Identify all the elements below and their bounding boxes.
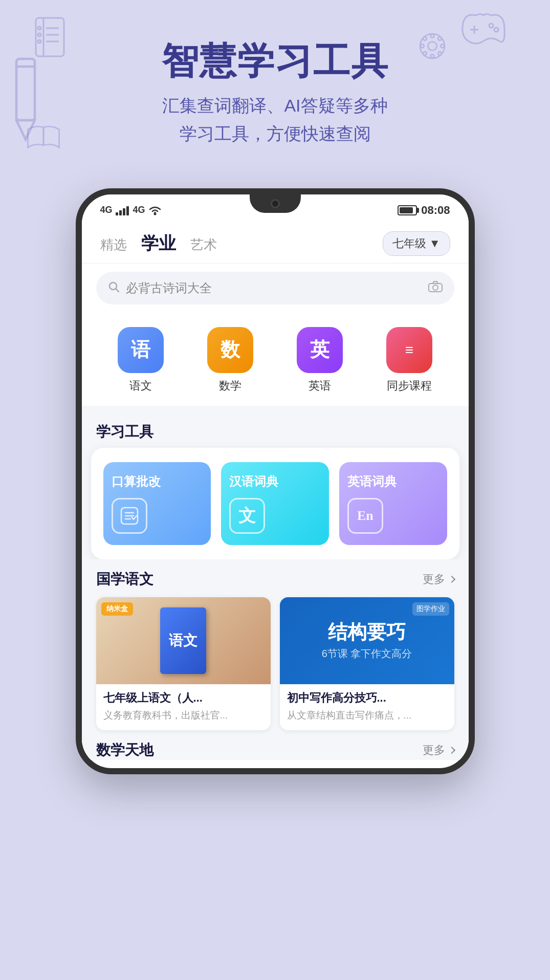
camera-sensor [271,199,280,208]
svg-line-32 [116,289,119,292]
camera-icon[interactable] [428,280,443,296]
search-bar[interactable]: 必背古诗词大全 [96,272,454,304]
tool-yingyu-dict[interactable]: 英语词典 En [339,462,447,545]
card-textbook[interactable]: 纳米盒 语文 七年级上语文（人... 义务教育教科书，出版社官... [96,597,271,730]
course-badge: 图学作业 [412,602,449,616]
grade-selector[interactable]: 七年级 ▼ [383,231,450,256]
yuwen-icon: 语 [118,327,164,373]
card-info-left: 七年级上语文（人... 义务教育教科书，出版社官... [96,684,271,730]
status-bar: 4G 4G 08:08 [82,194,469,222]
tongbu-label: 同步课程 [387,378,432,394]
tool-hanyu[interactable]: 汉语词典 文 [221,462,329,545]
svg-rect-28 [123,208,125,215]
shuxue-icon: 数 [207,327,253,373]
app-content: 精选 学业 艺术 七年级 ▼ [82,222,469,760]
guoxue-more[interactable]: 更多 [423,572,454,587]
svg-rect-26 [116,212,118,215]
kousan-title: 口算批改 [112,473,161,490]
textbook-cover: 语文 [160,607,206,674]
card-desc-right: 从文章结构直击写作痛点，... [287,709,447,722]
subject-tongbu[interactable]: ≡ 同步课程 [386,327,432,394]
subject-yingyu[interactable]: 英 英语 [297,327,343,394]
card-title-left: 七年级上语文（人... [103,690,263,706]
card-desc-left: 义务教育教科书，出版社官... [103,709,263,722]
tools-card-area: 口算批改 汉语词典 文 [91,448,459,559]
svg-point-30 [153,212,156,215]
phone-shell: 4G 4G 08:08 [76,188,475,774]
yuwen-label: 语文 [129,378,152,394]
yingyu-dict-icon: En [347,498,383,534]
grade-label: 七年级 [392,236,426,251]
chevron-right-icon [448,576,455,583]
learning-tools-header: 学习工具 [82,412,469,448]
yingyu-icon: 英 [297,327,343,373]
card-badge-nanomi: 纳米盒 [101,602,133,616]
status-right: 08:08 [398,204,450,217]
tab-yishu[interactable]: 艺术 [190,236,217,254]
phone-mockup: 4G 4G 08:08 [0,188,550,774]
guoxue-header: 国学语文 更多 [96,570,454,589]
subject-yuwen[interactable]: 语 语文 [118,327,164,394]
card-title-right: 初中写作高分技巧... [287,690,447,706]
hanyu-icon: 文 [229,498,265,534]
card-info-right: 初中写作高分技巧... 从文章结构直击写作痛点，... [280,684,454,730]
battery-icon [398,205,417,215]
svg-rect-27 [119,210,122,215]
shuxue-label: 数学 [219,378,241,394]
dropdown-arrow: ▼ [429,237,441,250]
yingyu-label: 英语 [309,378,331,394]
tool-kousan[interactable]: 口算批改 [103,462,211,545]
tab-items: 精选 学业 艺术 [100,232,217,255]
search-placeholder: 必背古诗词大全 [126,280,422,296]
signal-bars-icon [116,205,130,215]
wifi-icon [148,205,162,215]
math-more[interactable]: 更多 [423,743,454,758]
signal-4g-1: 4G [100,205,113,215]
course-subtitle-overlay: 6节课 拿下作文高分 [322,647,412,661]
hero-title: 智慧学习工具 [31,41,519,81]
svg-point-34 [433,285,438,290]
tab-jingxuan[interactable]: 精选 [100,236,127,254]
guoxue-section: 国学语文 更多 纳米盒 语文 七年级上语文（人... [82,559,469,760]
tongbu-icon: ≡ [386,327,432,373]
kousan-icon [112,498,147,534]
subjects-section: 语 语文 数 数学 英 英语 ≡ 同步课程 [82,315,469,406]
learning-tools-title: 学习工具 [96,424,153,440]
svg-rect-29 [126,206,129,215]
search-section: 必背古诗词大全 [82,264,469,315]
tab-bar: 精选 学业 艺术 七年级 ▼ [82,222,469,264]
card-img-right: 结构要巧 6节课 拿下作文高分 图学作业 [280,597,454,684]
hanyu-title: 汉语词典 [229,473,278,490]
search-icon [107,280,120,296]
tab-xueye[interactable]: 学业 [141,232,176,255]
battery-fill [400,207,413,213]
content-cards-guoxue: 纳米盒 语文 七年级上语文（人... 义务教育教科书，出版社官... 结构要巧 [96,597,454,730]
card-img-left: 纳米盒 语文 [96,597,271,684]
hero-subtitle: 汇集查词翻译、AI答疑等多种学习工具，方便快速查阅 [31,92,519,147]
math-title: 数学天地 [96,741,153,760]
card-course[interactable]: 结构要巧 6节课 拿下作文高分 图学作业 初中写作高分技巧... 从文章结构直击… [280,597,454,730]
clock: 08:08 [421,204,450,217]
math-section-header: 数学天地 更多 [96,741,454,760]
status-left: 4G 4G [100,205,162,215]
course-title-overlay: 结构要巧 [328,621,406,644]
yingyu-dict-title: 英语词典 [347,473,397,490]
math-chevron-right-icon [448,747,455,754]
signal-4g-2: 4G [133,205,145,215]
subject-shuxue[interactable]: 数 数学 [207,327,253,394]
hero-section: 智慧学习工具 汇集查词翻译、AI答疑等多种学习工具，方便快速查阅 [0,0,550,168]
guoxue-title: 国学语文 [96,570,153,589]
phone-notch [250,194,301,213]
